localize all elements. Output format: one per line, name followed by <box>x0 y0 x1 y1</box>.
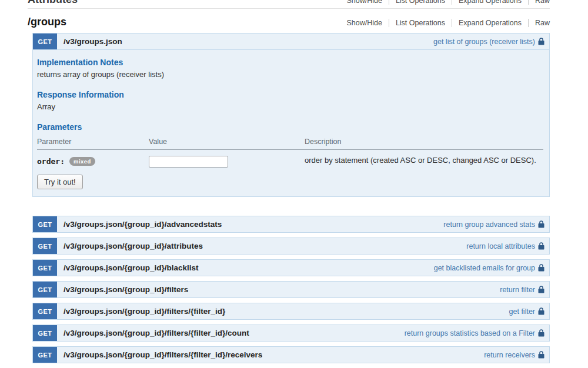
raw-link[interactable]: Raw <box>528 0 550 5</box>
previous-section-links: Show/Hide List Operations Expand Operati… <box>346 0 550 5</box>
operation-path[interactable]: /v3/groups.json/{group_id}/advancedstats <box>64 220 443 229</box>
operation-header-row[interactable]: GET /v3/groups.json get list of groups (… <box>32 33 550 50</box>
operation-get-groups: GET /v3/groups.json get list of groups (… <box>32 33 550 197</box>
operation-get-filter-receivers[interactable]: GET /v3/groups.json/{group_id}/filters/{… <box>32 346 550 363</box>
implementation-notes-text: returns array of groups (receiver lists) <box>37 70 543 79</box>
parameter-description: order by statement (created ASC or DESC,… <box>305 150 543 169</box>
operation-path[interactable]: /v3/groups.json/{group_id}/filters <box>64 285 500 294</box>
previous-section-title[interactable]: Attributes <box>28 0 78 6</box>
parameter-column-header: Parameter <box>37 135 149 150</box>
operation-get-attributes[interactable]: GET /v3/groups.json/{group_id}/attribute… <box>32 237 550 255</box>
operation-summary-link[interactable]: get blacklisted emails for group <box>434 264 535 272</box>
http-method-badge: GET <box>33 34 57 49</box>
parameters-block: Parameters Parameter Value Description <box>37 122 543 189</box>
http-method-badge: GET <box>33 325 57 341</box>
lock-icon <box>538 38 544 45</box>
lock-icon <box>538 220 544 228</box>
operation-summary-link[interactable]: return filter <box>500 286 535 294</box>
operation-summary-link[interactable]: return group advanced stats <box>443 220 535 229</box>
section-header: /groups Show/Hide List Operations Expand… <box>28 16 550 28</box>
parameter-value-input[interactable] <box>149 156 228 168</box>
value-column-header: Value <box>149 135 305 150</box>
http-method-badge: GET <box>33 216 57 232</box>
show-hide-link[interactable]: Show/Hide <box>346 0 382 5</box>
content-column: Attributes Show/Hide List Operations Exp… <box>28 0 550 368</box>
section-title[interactable]: /groups <box>28 16 66 28</box>
lock-icon <box>538 351 544 359</box>
operation-summary-link[interactable]: return receivers <box>484 351 535 359</box>
response-type-text: Array <box>37 102 543 111</box>
implementation-notes-block: Implementation Notes returns array of gr… <box>37 58 543 79</box>
previous-section-header-clipped: Attributes Show/Hide List Operations Exp… <box>28 0 550 9</box>
operation-path[interactable]: /v3/groups.json <box>64 37 433 46</box>
http-method-badge: GET <box>33 303 57 319</box>
operation-path[interactable]: /v3/groups.json/{group_id}/filters/{filt… <box>64 307 509 316</box>
parameter-name: order: <box>37 157 65 166</box>
http-method-badge: GET <box>33 260 57 276</box>
operation-summary-link[interactable]: get filter <box>509 307 535 316</box>
expand-operations-link[interactable]: Expand Operations <box>452 0 522 5</box>
operations-list: GET /v3/groups.json get list of groups (… <box>32 33 550 368</box>
expand-operations-link[interactable]: Expand Operations <box>452 19 522 27</box>
list-operations-link[interactable]: List Operations <box>389 0 445 5</box>
raw-link[interactable]: Raw <box>528 19 550 27</box>
operation-summary-link[interactable]: return local attributes <box>466 242 535 250</box>
parameters-table: Parameter Value Description order:mixed <box>37 135 543 169</box>
lock-icon <box>538 329 544 337</box>
swagger-page: Attributes Show/Hide List Operations Exp… <box>0 0 588 368</box>
operation-path[interactable]: /v3/groups.json/{group_id}/attributes <box>64 242 466 250</box>
operation-path[interactable]: /v3/groups.json/{group_id}/blacklist <box>64 263 434 272</box>
http-method-badge: GET <box>33 347 57 363</box>
operation-summary-link[interactable]: return groups statistics based on a Filt… <box>405 329 535 337</box>
lock-icon <box>538 286 544 293</box>
response-information-heading: Response Information <box>37 90 543 99</box>
response-information-block: Response Information Array <box>37 90 543 111</box>
list-operations-link[interactable]: List Operations <box>389 19 445 27</box>
operation-get-blacklist[interactable]: GET /v3/groups.json/{group_id}/blacklist… <box>32 259 550 276</box>
operation-get-advancedstats[interactable]: GET /v3/groups.json/{group_id}/advanceds… <box>32 216 550 233</box>
description-column-header: Description <box>305 135 543 150</box>
operation-get-filter-by-id[interactable]: GET /v3/groups.json/{group_id}/filters/{… <box>32 303 550 320</box>
operation-path[interactable]: /v3/groups.json/{group_id}/filters/{filt… <box>64 350 484 359</box>
parameter-row: order:mixed order by statement (created … <box>37 150 543 169</box>
implementation-notes-heading: Implementation Notes <box>37 58 543 67</box>
http-method-badge: GET <box>33 238 57 254</box>
try-it-out-button[interactable]: Try it out! <box>37 175 83 189</box>
parameter-type-badge: mixed <box>69 157 95 166</box>
parameters-heading: Parameters <box>37 122 543 132</box>
http-method-badge: GET <box>33 282 57 297</box>
operation-get-filters[interactable]: GET /v3/groups.json/{group_id}/filters r… <box>32 281 550 298</box>
lock-icon <box>538 264 544 272</box>
section-links: Show/Hide List Operations Expand Operati… <box>346 19 550 27</box>
operation-path[interactable]: /v3/groups.json/{group_id}/filters/{filt… <box>64 329 405 337</box>
operation-summary-link[interactable]: get list of groups (receiver lists) <box>433 38 535 46</box>
lock-icon <box>538 242 544 250</box>
operation-expanded-panel: Implementation Notes returns array of gr… <box>32 50 550 197</box>
lock-icon <box>538 307 544 315</box>
show-hide-link[interactable]: Show/Hide <box>346 19 382 27</box>
operation-get-filter-count[interactable]: GET /v3/groups.json/{group_id}/filters/{… <box>32 324 550 342</box>
